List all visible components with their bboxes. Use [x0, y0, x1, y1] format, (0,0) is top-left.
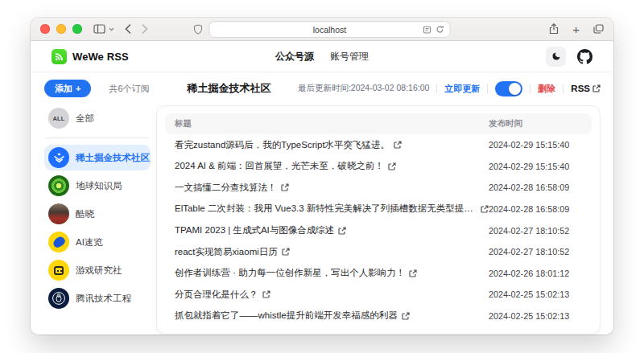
external-link-icon[interactable] [281, 183, 289, 191]
all-feeds-badge: ALL [48, 108, 69, 129]
article-title: react实现简易xiaomi日历 [175, 246, 278, 258]
table-row[interactable]: 分页合理化是什么？ 2024-02-25 15:02:13 [165, 284, 592, 306]
column-header-title: 标题 [165, 118, 489, 129]
subscription-count: 共6个订阅 [109, 83, 187, 95]
feed-sidebar: ALL 全部 稀土掘金技术社区 [44, 105, 156, 335]
article-title: 分页合理化是什么？ [175, 289, 258, 301]
sidebar-item-label: 游戏研究社 [76, 265, 122, 277]
external-link-icon[interactable] [282, 248, 290, 256]
browser-toolbar: localhost [31, 18, 613, 41]
table-row[interactable]: 抓包就指着它了——whistle提升前端开发幸福感的利器 2024-02-25 … [165, 306, 592, 327]
external-link-icon [592, 84, 601, 92]
external-link-icon[interactable] [481, 205, 489, 213]
earth-logo-icon [48, 175, 69, 196]
ai-logo-icon [48, 232, 69, 252]
privacy-shield-icon[interactable] [194, 24, 203, 35]
sidebar-item-label: 腾讯技术工程 [76, 293, 131, 305]
nav-link-sources[interactable]: 公众号源 [275, 50, 314, 64]
article-title: 看完zustand源码后，我的TypeScript水平突飞猛进。 [175, 139, 390, 151]
rss-link[interactable]: RSS [571, 84, 601, 93]
article-date: 2024-02-29 15:15:40 [489, 162, 592, 171]
sidebar-item-all[interactable]: ALL 全部 [44, 105, 151, 131]
article-title: TPAMI 2023 | 生成式AI与图像合成综述 [175, 224, 334, 236]
article-title: ElTable 二次封装：我用 Vue3.3 新特性完美解决了列插槽数据无类型提… [175, 203, 477, 215]
article-date: 2024-02-28 16:58:09 [489, 204, 592, 214]
table-row[interactable]: react实现简易xiaomi日历 2024-02-27 18:10:52 [165, 241, 592, 263]
external-link-icon[interactable] [409, 269, 417, 277]
article-date: 2024-02-29 15:15:40 [489, 140, 592, 150]
main-nav: 公众号源 账号管理 [275, 50, 369, 64]
article-title: 抓包就指着它了——whistle提升前端开发幸福感的利器 [175, 310, 398, 322]
sidebar-item-label: 全部 [76, 113, 94, 125]
last-update-time: 最后更新时间:2024-03-02 08:16:00 [298, 83, 429, 94]
rss-logo-icon [52, 49, 67, 64]
new-tab-button[interactable]: + [572, 23, 580, 35]
chevron-down-icon[interactable] [109, 27, 114, 31]
browser-window: localhost [31, 18, 613, 335]
close-window-button[interactable] [40, 24, 50, 34]
table-row[interactable]: TPAMI 2023 | 生成式AI与图像合成综述 2024-02-27 18:… [165, 220, 592, 241]
address-bar-url: localhost [313, 25, 346, 35]
divider [436, 84, 437, 93]
nav-link-accounts[interactable]: 账号管理 [330, 50, 369, 64]
game-studio-logo-icon [48, 260, 69, 281]
tab-overview-icon[interactable] [593, 24, 604, 34]
external-link-icon[interactable] [394, 141, 402, 149]
share-icon[interactable] [549, 23, 559, 35]
divider [487, 84, 488, 93]
external-link-icon[interactable] [262, 290, 270, 298]
sidebar-item-kuxiao[interactable]: 酷晓 [44, 201, 151, 227]
table-row[interactable]: 创作者训练营 · 助力每一位创作新星，写出个人影响力！ 2024-02-26 1… [165, 262, 592, 284]
table-row[interactable]: 看完zustand源码后，我的TypeScript水平突飞猛进。 2024-02… [165, 134, 592, 156]
article-date: 2024-02-25 15:02:13 [489, 311, 592, 321]
app-header: WeWe RSS 公众号源 账号管理 [31, 41, 613, 72]
refresh-now-button[interactable]: 立即更新 [444, 83, 480, 95]
reader-mode-icon[interactable] [423, 26, 431, 34]
minimize-window-button[interactable] [56, 24, 66, 34]
feed-title: 稀土掘金技术社区 [187, 81, 270, 96]
table-row[interactable]: 2024 AI & 前端：回首展望，光芒未至，破晓之前！ 2024-02-29 … [165, 156, 592, 178]
table-header: 标题 发布时间 [165, 113, 592, 134]
sidebar-item-label: 稀土掘金技术社区 [76, 152, 150, 164]
article-title: 2024 AI & 前端：回首展望，光芒未至，破晓之前！ [175, 160, 384, 172]
divider [563, 84, 564, 93]
sidebar-item-earth[interactable]: 地球知识局 [44, 173, 151, 199]
table-row[interactable]: 一文搞懂二分查找算法！ 2024-02-28 16:58:09 [165, 177, 592, 199]
rss-link-label: RSS [571, 84, 590, 93]
moon-icon [551, 51, 561, 61]
juejin-logo-icon [48, 147, 69, 168]
wewe-rss-app: WeWe RSS 公众号源 账号管理 [31, 41, 613, 335]
article-title: 一文搞懂二分查找算法！ [175, 182, 277, 194]
delete-feed-button[interactable]: 删除 [538, 83, 555, 95]
address-bar[interactable]: localhost [209, 21, 451, 38]
sidebar-toggle-icon[interactable] [93, 24, 105, 34]
sidebar-item-label: AI速览 [76, 236, 103, 248]
add-feed-label: 添加 [55, 83, 72, 95]
sidebar-item-tencent[interactable]: 腾讯技术工程 [44, 285, 151, 311]
forward-button[interactable] [142, 24, 148, 34]
sidebar-item-game[interactable]: 游戏研究社 [44, 257, 151, 283]
sidebar-item-ai[interactable]: AI速览 [44, 229, 151, 255]
window-controls [40, 24, 82, 34]
zoom-window-button[interactable] [72, 24, 82, 34]
add-feed-button[interactable]: 添加 + [44, 80, 91, 97]
external-link-icon[interactable] [402, 312, 410, 320]
github-link[interactable] [577, 49, 592, 64]
feed-enabled-toggle[interactable] [495, 81, 522, 96]
article-date: 2024-02-27 18:10:52 [489, 226, 592, 236]
column-header-date: 发布时间 [489, 118, 592, 129]
github-icon [577, 49, 592, 64]
external-link-icon[interactable] [338, 227, 346, 235]
app-logo[interactable]: WeWe RSS [52, 49, 129, 64]
article-date: 2024-02-27 18:10:52 [489, 247, 592, 257]
external-link-icon[interactable] [388, 162, 396, 170]
article-date: 2024-02-28 16:58:09 [489, 183, 592, 192]
theme-toggle-button[interactable] [546, 47, 566, 67]
penguin-logo-icon [48, 288, 69, 309]
table-row[interactable]: ElTable 二次封装：我用 Vue3.3 新特性完美解决了列插槽数据无类型提… [165, 199, 592, 220]
article-title: 创作者训练营 · 助力每一位创作新星，写出个人影响力！ [175, 267, 405, 279]
reload-icon[interactable] [436, 25, 444, 34]
back-button[interactable] [125, 24, 131, 34]
article-date: 2024-02-25 15:02:13 [489, 289, 592, 299]
sidebar-item-juejin[interactable]: 稀土掘金技术社区 [44, 145, 151, 170]
